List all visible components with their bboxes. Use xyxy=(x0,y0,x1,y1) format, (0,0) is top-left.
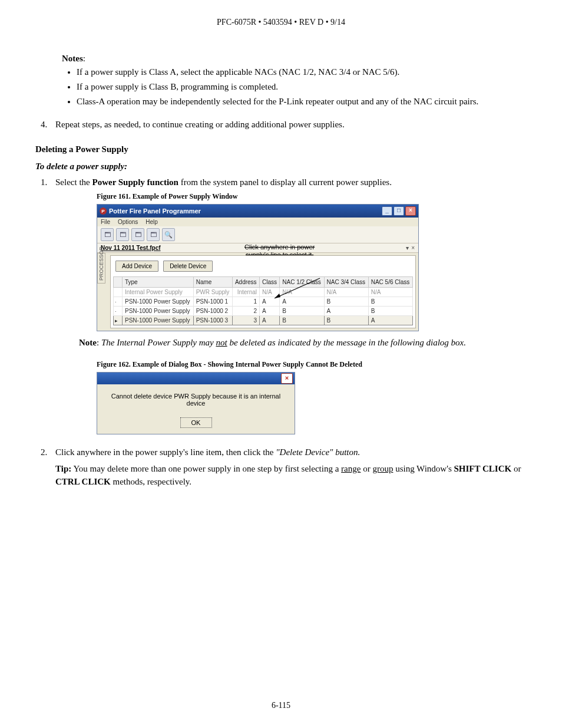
cell-type: PSN-1000 Power Supply xyxy=(123,297,194,307)
row-indicator: · xyxy=(114,307,123,316)
col-name[interactable]: Name xyxy=(193,277,232,288)
tip-text: or xyxy=(511,464,521,473)
app-icon: P xyxy=(100,207,107,215)
document-name[interactable]: Nov 11 2011 Test.fpcf xyxy=(101,245,161,251)
close-doc-icon[interactable]: × xyxy=(411,245,415,251)
toolbar-icon[interactable]: 🗔 xyxy=(101,228,114,241)
section-subheading: To delete a power supply: xyxy=(35,162,527,172)
tip-text: or xyxy=(361,464,372,473)
cell-nac12: A xyxy=(280,297,324,307)
dialog-message: Cannot delete device PWR Supply because … xyxy=(97,384,295,410)
row-indicator: ▸ xyxy=(114,316,123,325)
menu-options[interactable]: Options xyxy=(118,219,138,225)
tip-ctrl: CTRL CLICK xyxy=(55,477,111,486)
section-heading: Deleting a Power Supply xyxy=(35,144,527,154)
cell-name: PSN-1000 3 xyxy=(193,316,232,325)
table-row[interactable]: ·PSN-1000 Power SupplyPSN-1000 11AABB xyxy=(114,297,413,307)
menu-help[interactable]: Help xyxy=(146,219,158,225)
step-2: Click anywhere in the power supply's lin… xyxy=(49,447,527,489)
step-text-italic: "Delete Device" button. xyxy=(276,447,360,457)
note-text: The Internal Power Supply may xyxy=(101,338,216,347)
menu-file[interactable]: File xyxy=(101,219,110,225)
toolbar-icon[interactable]: 🗔 xyxy=(131,228,144,241)
toolbar-icon[interactable]: 🗔 xyxy=(147,228,160,241)
table-row[interactable]: ·PSN-1000 Power SupplyPSN-1000 22ABAB xyxy=(114,307,413,316)
tip-text: You may delete more than one power suppl… xyxy=(71,464,341,473)
delete-device-button[interactable]: Delete Device xyxy=(163,261,213,272)
toolbar-icon[interactable]: 🗔 xyxy=(116,228,129,241)
figure-caption: Figure 161. Example of Power Supply Wind… xyxy=(97,192,527,201)
cell-nac56: B xyxy=(368,307,412,316)
add-device-button[interactable]: Add Device xyxy=(115,261,158,272)
cell-name: PWR Supply xyxy=(193,288,232,297)
col-nac56[interactable]: NAC 5/6 Class xyxy=(368,277,412,288)
figure-caption: Figure 162. Example of Dialog Box - Show… xyxy=(97,360,527,369)
search-icon[interactable]: 🔍 xyxy=(162,228,175,241)
note-paragraph: Note: The Internal Power Supply may not … xyxy=(79,336,527,350)
menubar: File Options Help xyxy=(97,218,418,226)
cell-nac56: N/A xyxy=(368,288,412,297)
tip-text: using Window's xyxy=(393,464,454,473)
app-window: P Potter Fire Panel Programmer _ □ × Fil… xyxy=(97,204,419,331)
titlebar: P Potter Fire Panel Programmer _ □ × xyxy=(97,205,418,218)
note-item: If a power supply is Class B, programmin… xyxy=(77,81,527,93)
col-type[interactable]: Type xyxy=(123,277,194,288)
cell-class: N/A xyxy=(259,288,279,297)
cell-nac34: B xyxy=(324,297,368,307)
col-class[interactable]: Class xyxy=(259,277,279,288)
tip-text: methods, respectively. xyxy=(111,477,191,486)
note-text: be deleted as indicated by the message i… xyxy=(227,338,466,347)
side-tab[interactable]: PROCESSOR xyxy=(97,253,105,284)
ok-button[interactable]: OK xyxy=(180,417,212,428)
callout-line: Click anywhere in power xyxy=(244,243,315,251)
cell-address: 2 xyxy=(232,307,259,316)
toolbar: 🗔 🗔 🗔 🗔 🔍 xyxy=(97,226,418,243)
cell-class: A xyxy=(259,307,279,316)
note-item: Class-A operation may be independently s… xyxy=(77,95,527,108)
step-text: from the system panel to display all cur… xyxy=(178,177,392,187)
cell-nac12: B xyxy=(280,316,324,325)
note-label: Note xyxy=(79,338,97,347)
note-not: not xyxy=(216,338,227,347)
document-bar: Nov 11 2011 Test.fpcf Click anywhere in … xyxy=(97,243,418,253)
minimize-button[interactable]: _ xyxy=(382,206,392,216)
cell-nac56: B xyxy=(368,297,412,307)
col-nac12[interactable]: NAC 1/2 Class xyxy=(280,277,324,288)
dropdown-icon[interactable]: ▾ xyxy=(406,245,409,251)
cell-name: PSN-1000 1 xyxy=(193,297,232,307)
content-pane: Add Device Delete Device Type Name Addre… xyxy=(110,255,416,328)
cell-class: A xyxy=(259,316,279,325)
doc-header: PFC-6075R • 5403594 • REV D • 9/14 xyxy=(35,18,527,27)
step-text: Click anywhere in the power supply's lin… xyxy=(55,447,276,457)
note-item: If a power supply is Class A, select the… xyxy=(77,66,527,78)
dialog-titlebar: × xyxy=(97,373,295,384)
cell-type: PSN-1000 Power Supply xyxy=(123,316,194,325)
cell-name: PSN-1000 2 xyxy=(193,307,232,316)
maximize-button[interactable]: □ xyxy=(394,206,404,216)
cell-address: 1 xyxy=(232,297,259,307)
table-row[interactable]: ▸PSN-1000 Power SupplyPSN-1000 33ABBA xyxy=(114,316,413,325)
notes-block: Notes: If a power supply is Class A, sel… xyxy=(62,54,527,108)
page-number: 6-115 xyxy=(35,701,527,710)
cell-type: Internal Power Supply xyxy=(123,288,194,297)
col-nac34[interactable]: NAC 3/4 Class xyxy=(324,277,368,288)
step-4: Repeat steps, as needed, to continue cre… xyxy=(49,120,527,130)
tip-paragraph: Tip: You may delete more than one power … xyxy=(55,462,527,489)
cell-class: A xyxy=(259,297,279,307)
row-indicator: · xyxy=(114,297,123,307)
tip-shift: SHIFT CLICK xyxy=(454,464,511,473)
cell-nac56: A xyxy=(368,316,412,325)
cell-nac12: N/A xyxy=(280,288,324,297)
cell-address: Internal xyxy=(232,288,259,297)
step-text: Select the xyxy=(55,177,92,187)
col-address[interactable]: Address xyxy=(232,277,259,288)
cell-type: PSN-1000 Power Supply xyxy=(123,307,194,316)
table-row[interactable]: Internal Power SupplyPWR SupplyInternalN… xyxy=(114,288,413,297)
close-button[interactable]: × xyxy=(405,206,416,216)
tip-label: Tip: xyxy=(55,464,71,473)
tip-range: range xyxy=(341,464,361,473)
power-supply-table: Type Name Address Class NAC 1/2 Class NA… xyxy=(113,276,413,325)
dialog-close-button[interactable]: × xyxy=(281,373,293,384)
cell-nac12: B xyxy=(280,307,324,316)
dialog-box: × Cannot delete device PWR Supply becaus… xyxy=(97,372,295,434)
